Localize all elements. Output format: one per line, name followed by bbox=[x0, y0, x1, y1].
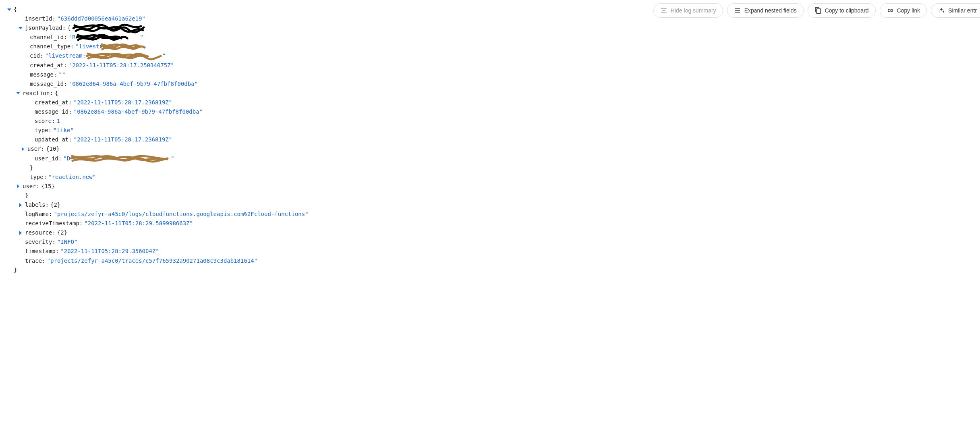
copy-clipboard-label: Copy to clipboard bbox=[825, 7, 869, 14]
chevron-down-icon[interactable] bbox=[6, 7, 12, 12]
hide-log-summary-button: Hide log summary bbox=[653, 3, 723, 18]
chevron-down-icon[interactable] bbox=[15, 90, 21, 96]
chevron-right-icon[interactable] bbox=[20, 146, 26, 152]
redaction-scribble bbox=[76, 34, 140, 41]
field-type[interactable]: type "reaction.new" bbox=[2, 172, 980, 182]
field-labels[interactable]: labels {2} bbox=[2, 200, 980, 210]
copy-link-button[interactable]: Copy link bbox=[880, 3, 927, 18]
field-cid[interactable]: cid "livestream: " bbox=[2, 51, 980, 60]
reaction-close-brace: } bbox=[2, 163, 980, 172]
redaction-scribble bbox=[100, 43, 149, 50]
chevron-right-icon[interactable] bbox=[18, 230, 23, 236]
redaction-scribble bbox=[73, 24, 145, 32]
field-channel-type[interactable]: channel_type "livestream" bbox=[2, 42, 980, 51]
root-close-brace: } bbox=[2, 266, 980, 275]
jsonPayload-close-brace: } bbox=[2, 191, 980, 200]
field-trace[interactable]: trace "projects/zefyr-a45c0/traces/c57f7… bbox=[2, 256, 980, 266]
similar-entries-label: Similar entr bbox=[948, 7, 977, 14]
expand-nested-button[interactable]: Expand nested fields bbox=[727, 3, 804, 18]
hide-log-summary-label: Hide log summary bbox=[671, 7, 716, 14]
field-logName[interactable]: logName "projects/zefyr-a45c0/logs/cloud… bbox=[2, 210, 980, 219]
expand-icon bbox=[734, 7, 741, 14]
field-reaction-user-id[interactable]: user_id "D " bbox=[2, 154, 980, 163]
field-reaction-updated-at[interactable]: updated_at "2022-11-11T05:28:17.236819Z" bbox=[2, 135, 980, 144]
redaction-scribble bbox=[70, 155, 171, 162]
field-reaction[interactable]: reaction { bbox=[2, 89, 980, 98]
log-json-tree: { insertId "636ddd7d00056ea461a62e19" js… bbox=[0, 0, 980, 283]
field-created-at[interactable]: created_at "2022-11-11T05:28:17.25034075… bbox=[2, 61, 980, 70]
field-reaction-user[interactable]: user {10} bbox=[2, 144, 980, 154]
hide-summary-icon bbox=[660, 7, 667, 14]
sparkle-icon bbox=[938, 7, 945, 14]
field-jsonPayload[interactable]: jsonPayload { bbox=[2, 23, 980, 33]
field-severity[interactable]: severity "INFO" bbox=[2, 237, 980, 247]
field-reaction-message-id[interactable]: message_id "0862e864-986a-4bef-9b79-47fb… bbox=[2, 107, 980, 116]
field-message-id[interactable]: message_id "0862e864-986a-4bef-9b79-47fb… bbox=[2, 79, 980, 89]
similar-entries-button[interactable]: Similar entr bbox=[931, 3, 980, 18]
log-actions-toolbar: Hide log summary Expand nested fields Co… bbox=[653, 3, 980, 18]
chevron-down-icon[interactable] bbox=[18, 25, 23, 31]
field-resource[interactable]: resource {2} bbox=[2, 228, 980, 237]
field-user[interactable]: user {15} bbox=[2, 182, 980, 191]
field-reaction-type[interactable]: type "like" bbox=[2, 126, 980, 135]
chevron-right-icon[interactable] bbox=[18, 202, 23, 208]
field-reaction-created-at[interactable]: created_at "2022-11-11T05:28:17.236819Z" bbox=[2, 98, 980, 107]
field-channel-id[interactable]: channel_id "R " bbox=[2, 33, 980, 42]
chevron-right-icon[interactable] bbox=[15, 183, 21, 189]
field-reaction-score[interactable]: score 1 bbox=[2, 116, 980, 126]
link-icon bbox=[887, 7, 894, 14]
redaction-scribble bbox=[86, 52, 162, 60]
field-message[interactable]: message "" bbox=[2, 70, 980, 79]
copy-link-label: Copy link bbox=[897, 7, 920, 14]
field-timestamp[interactable]: timestamp "2022-11-11T05:28:29.356004Z" bbox=[2, 247, 980, 256]
expand-nested-label: Expand nested fields bbox=[744, 7, 797, 14]
copy-clipboard-button[interactable]: Copy to clipboard bbox=[808, 3, 876, 18]
copy-icon bbox=[814, 7, 822, 14]
field-receiveTimestamp[interactable]: receiveTimestamp "2022-11-11T05:28:29.58… bbox=[2, 219, 980, 228]
